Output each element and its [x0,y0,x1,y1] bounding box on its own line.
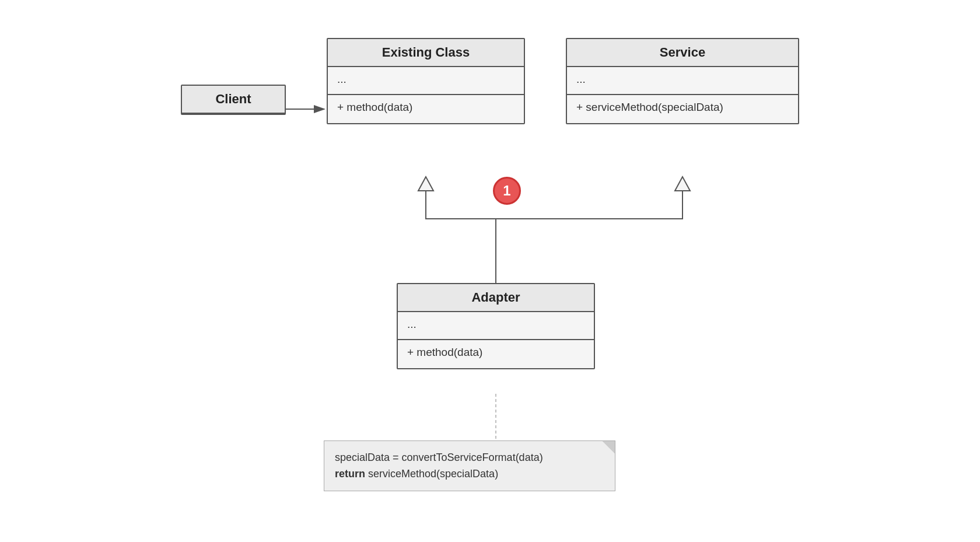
adapter-box: Adapter ... + method(data) [397,283,595,369]
uml-diagram: Client Existing Class ... + method(data)… [169,20,811,522]
note-line2-rest: serviceMethod(specialData) [368,468,498,480]
existing-class-fields: ... [328,67,524,95]
service-fields: ... [567,67,798,95]
adapter-methods: + method(data) [398,340,594,368]
service-title: Service [567,39,798,67]
existing-class-title: Existing Class [328,39,524,67]
existing-class-methods: + method(data) [328,95,524,123]
adapter-title: Adapter [398,284,594,312]
adapter-to-existing-line [426,191,496,283]
note-line2-bold: return [335,468,365,480]
note-line2: return serviceMethod(specialData) [335,466,604,482]
existing-class-box: Existing Class ... + method(data) [327,38,525,124]
service-box: Service ... + serviceMethod(specialData) [566,38,799,124]
note-box: specialData = convertToServiceFormat(dat… [324,440,615,492]
badge-label: 1 [503,183,510,199]
adapter-fields: ... [398,312,594,340]
service-methods: + serviceMethod(specialData) [567,95,798,123]
adapter-to-service-line [496,191,682,283]
note-line1: specialData = convertToServiceFormat(dat… [335,449,604,466]
adapter-to-service-triangle [675,177,690,191]
client-box: Client [181,85,286,115]
client-title: Client [182,86,285,114]
adapter-to-existing-triangle [418,177,433,191]
step-badge: 1 [493,177,521,205]
